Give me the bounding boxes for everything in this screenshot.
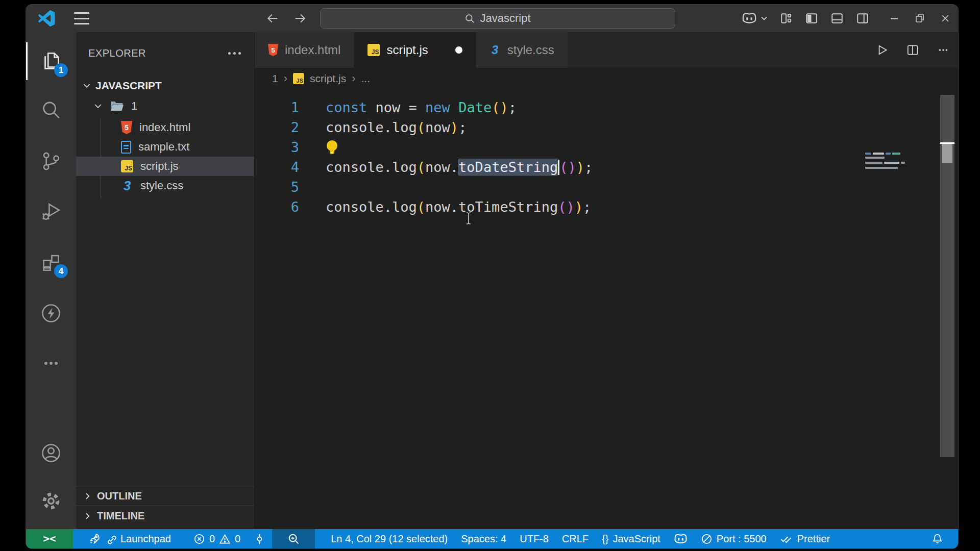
toggle-secondary-sidebar-button[interactable] (850, 5, 875, 32)
minimap[interactable] (865, 153, 906, 171)
menu-icon[interactable] (74, 12, 89, 24)
vscode-window: Javascript (26, 4, 959, 549)
breadcrumb-folder[interactable]: 1 (272, 72, 278, 85)
cursor-position-indicator[interactable]: Ln 4, Col 29 (12 selected) (324, 529, 454, 548)
encoding-indicator[interactable]: UTF-8 (513, 529, 555, 548)
settings-button[interactable] (26, 479, 76, 523)
double-check-icon (780, 533, 793, 544)
outline-label: OUTLINE (97, 490, 142, 502)
tab-script-js[interactable]: JS script.js (354, 32, 475, 68)
errors-count: 0 (209, 533, 215, 545)
workspace-root[interactable]: JAVASCRIPT (76, 76, 254, 95)
html-file-icon: 5 (268, 44, 278, 56)
toggle-panel-button[interactable] (824, 5, 850, 32)
problems-button[interactable]: 0 0 (187, 529, 247, 548)
sidebar-item-thunder-client[interactable] (26, 291, 76, 335)
sidebar-item-extensions[interactable]: 4 (26, 240, 76, 284)
sidebar-item-run-debug[interactable] (26, 189, 76, 233)
search-box[interactable]: Javascript (320, 8, 675, 29)
code-line[interactable]: 4console.log(now.toDateString()); (255, 157, 958, 177)
code-text: console.log(now); (326, 119, 467, 135)
formatter-label: Prettier (797, 533, 830, 545)
breadcrumb-tail[interactable]: ... (361, 72, 371, 85)
code-line[interactable]: 3 (255, 137, 958, 157)
toggle-primary-sidebar-button[interactable] (799, 5, 824, 32)
tab-style-css[interactable]: 3 style.css (476, 32, 568, 68)
sidebar-item-explorer[interactable]: 1 (26, 39, 76, 83)
explorer-sidebar: EXPLORER JAVASCRIPT 1 5 index.html (76, 32, 255, 529)
copilot-status-button[interactable] (667, 529, 694, 548)
copilot-icon (742, 12, 757, 25)
account-button[interactable] (26, 431, 76, 475)
language-mode-indicator[interactable]: {} JavaScript (595, 529, 667, 548)
zoom-indicator[interactable] (272, 529, 315, 548)
indentation-indicator[interactable]: Spaces: 4 (454, 529, 513, 548)
js-file-icon: JS (293, 73, 304, 84)
timeline-section[interactable]: TIMELINE (76, 506, 254, 525)
back-arrow-icon[interactable] (265, 11, 280, 26)
indentation-label: Spaces: 4 (461, 533, 506, 545)
run-button[interactable] (875, 43, 889, 57)
code-line[interactable]: 5 (255, 177, 958, 197)
file-label: sample.txt (138, 140, 189, 154)
sidebar-item-source-control[interactable] (26, 139, 76, 183)
lightbulb-icon[interactable] (327, 140, 338, 155)
chevron-right-icon (83, 492, 92, 500)
tab-index-html[interactable]: 5 index.html (255, 32, 354, 68)
errors-icon (193, 533, 205, 545)
file-row-script-js[interactable]: JS script.js (76, 157, 254, 176)
file-row-style-css[interactable]: 3 style.css (76, 176, 254, 195)
file-row-index-html[interactable]: 5 index.html (76, 118, 254, 137)
line-number: 4 (255, 157, 299, 177)
chevron-down-icon (760, 14, 768, 22)
minimize-button[interactable] (881, 5, 907, 32)
panel-bottom-icon (830, 12, 844, 25)
line-number: 6 (255, 197, 299, 217)
status-bar: >< Launchpad 0 0 (26, 529, 958, 548)
notifications-button[interactable] (925, 529, 950, 548)
editor-more-actions-button[interactable] (937, 43, 950, 57)
copilot-menu-button[interactable] (737, 5, 773, 32)
eol-indicator[interactable]: CRLF (555, 529, 595, 548)
code-line[interactable]: 1const now = new Date(); (255, 97, 958, 117)
commit-indicator[interactable] (247, 529, 272, 548)
css-file-icon: 3 (489, 44, 501, 56)
folder-row[interactable]: 1 (76, 96, 254, 116)
restore-button[interactable] (907, 5, 933, 32)
warnings-icon (219, 533, 231, 545)
run-debug-icon (39, 199, 63, 223)
breadcrumb-file[interactable]: script.js (310, 72, 346, 85)
workspace-label: JAVASCRIPT (95, 80, 162, 92)
more-views-button[interactable] (26, 341, 76, 385)
code-lines: 1const now = new Date();2console.log(now… (255, 89, 958, 217)
explorer-more-actions-button[interactable] (225, 49, 244, 58)
outline-section[interactable]: OUTLINE (76, 486, 254, 506)
launchpad-button[interactable]: Launchpad (82, 529, 178, 548)
close-button[interactable] (933, 5, 958, 32)
customize-layout-button[interactable] (773, 5, 799, 32)
split-editor-button[interactable] (906, 43, 919, 57)
breadcrumb-separator: › (284, 72, 287, 85)
remote-indicator[interactable]: >< (26, 529, 73, 548)
code-line[interactable]: 2console.log(now); (255, 117, 958, 137)
commit-icon (254, 533, 265, 545)
file-label: script.js (140, 160, 179, 173)
cursor-position-label: Ln 4, Col 29 (12 selected) (331, 533, 448, 545)
tab-label: style.css (507, 43, 554, 57)
sidebar-item-search[interactable] (26, 88, 76, 132)
scrollbar[interactable] (940, 95, 954, 457)
ellipsis-icon (39, 352, 63, 375)
forward-arrow-icon[interactable] (292, 11, 308, 26)
modified-dot (455, 46, 462, 54)
port-indicator[interactable]: Port : 5500 (694, 529, 773, 548)
bell-icon (932, 533, 943, 545)
scrollbar-thumb[interactable] (942, 144, 952, 163)
activity-bar: 1 (26, 32, 76, 529)
code-line[interactable]: 6console.log(now.toTimeString()); (255, 197, 958, 217)
js-file-icon: JS (368, 44, 380, 56)
encoding-label: UTF-8 (520, 533, 549, 545)
file-row-sample-txt[interactable]: sample.txt (76, 137, 254, 157)
formatter-indicator[interactable]: Prettier (773, 529, 837, 548)
customize-layout-icon (779, 12, 793, 25)
code-editor[interactable]: 1const now = new Date();2console.log(now… (255, 89, 958, 529)
